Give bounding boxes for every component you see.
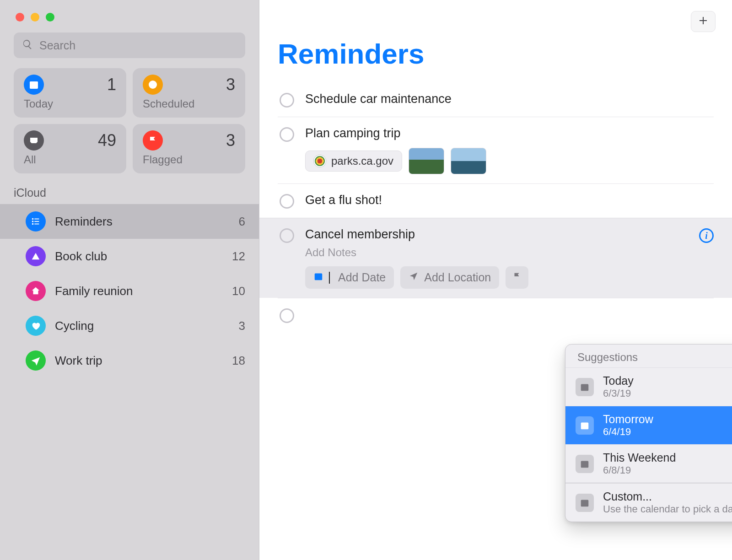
list-count: 12 — [232, 249, 245, 264]
minimize-window[interactable] — [31, 13, 39, 22]
smartlist-all[interactable]: 49 All — [14, 124, 126, 173]
reminder-title: Get a flu shot! — [305, 193, 714, 207]
attachment-thumbnail[interactable] — [409, 148, 444, 174]
suggestion-date: 6/8/19 — [603, 464, 676, 476]
list-count: 3 — [239, 319, 245, 333]
reminder-title: Plan camping trip — [305, 126, 714, 140]
section-header: iCloud — [0, 183, 259, 204]
smartlist-today-count: 1 — [107, 75, 116, 94]
tent-icon — [26, 246, 46, 266]
tray-icon — [24, 130, 44, 151]
list-worktrip[interactable]: Work trip 18 — [0, 343, 259, 378]
flag-chip[interactable] — [506, 266, 528, 289]
add-location-label: Add Location — [424, 271, 491, 284]
complete-toggle[interactable] — [280, 308, 294, 323]
reminder-item[interactable]: Get a flu shot! — [278, 183, 714, 218]
list-count: 6 — [239, 215, 245, 229]
list-bookclub[interactable]: Book club 12 — [0, 239, 259, 274]
search-icon — [22, 39, 33, 52]
suggestion-custom[interactable]: Custom... Use the calendar to pick a dat… — [565, 483, 732, 522]
smartlist-scheduled-count: 3 — [226, 75, 235, 94]
attachment-thumbnail[interactable] — [451, 148, 486, 174]
suggestion-title: Custom... — [603, 490, 732, 503]
calendar-icon — [576, 455, 594, 473]
smart-lists: 1 Today 3 Scheduled 49 All — [0, 68, 259, 183]
calendar-icon — [576, 378, 594, 396]
suggestion-this-weekend[interactable]: This Weekend 6/8/19 — [565, 444, 732, 483]
suggestion-subtitle: Use the calendar to pick a date — [603, 503, 732, 515]
add-location-chip[interactable]: Add Location — [400, 266, 499, 289]
smartlist-today-label: Today — [24, 97, 116, 110]
complete-toggle[interactable] — [280, 228, 294, 243]
sidebar: 1 Today 3 Scheduled 49 All — [0, 0, 259, 560]
plane-icon — [26, 350, 46, 371]
text-cursor — [329, 272, 330, 284]
complete-toggle[interactable] — [280, 93, 294, 108]
svg-rect-13 — [581, 500, 589, 506]
date-suggestions-popover: Suggestions Today 6/3/19 Tomorrow 6/4/19 — [565, 344, 732, 522]
svg-point-7 — [32, 223, 34, 225]
calendar-icon — [576, 494, 594, 512]
calendar-icon — [24, 75, 44, 95]
attachment-link-label: parks.ca.gov — [331, 155, 393, 167]
popover-header: Suggestions — [565, 345, 732, 367]
search-field[interactable] — [14, 32, 245, 58]
flag-icon — [512, 271, 522, 284]
reminder-item-editing[interactable]: Cancel membership Add Notes Add Date — [259, 218, 732, 298]
attachment-link[interactable]: parks.ca.gov — [305, 151, 402, 172]
smartlist-all-count: 49 — [98, 131, 116, 150]
add-reminder-button[interactable] — [691, 11, 716, 32]
svg-rect-8 — [34, 224, 39, 225]
location-icon — [409, 271, 419, 284]
smartlist-scheduled-label: Scheduled — [143, 97, 235, 110]
list-name: Book club — [55, 249, 223, 264]
suggestion-title: This Weekend — [603, 451, 676, 464]
suggestion-title: Today — [603, 374, 634, 388]
user-lists: Reminders 6 Book club 12 Family reunion … — [0, 204, 259, 378]
list-icon — [26, 211, 46, 232]
svg-rect-4 — [34, 219, 39, 220]
window-controls — [0, 0, 259, 32]
suggestion-date: 6/4/19 — [603, 426, 653, 438]
search-input[interactable] — [39, 39, 237, 52]
smartlist-flagged-count: 3 — [226, 131, 235, 150]
svg-rect-11 — [581, 422, 589, 429]
calendar-icon — [576, 416, 594, 435]
reminder-title: Cancel membership — [305, 227, 683, 242]
clock-icon — [143, 75, 163, 95]
list-name: Work trip — [55, 354, 223, 368]
svg-point-5 — [32, 221, 34, 222]
list-name: Cycling — [55, 319, 230, 333]
list-reminders[interactable]: Reminders 6 — [0, 204, 259, 239]
add-date-label: Add Date — [338, 271, 386, 284]
reminder-item[interactable]: Schedule car maintenance — [278, 83, 714, 117]
plus-icon — [698, 15, 709, 28]
flag-icon — [143, 130, 163, 151]
complete-toggle[interactable] — [280, 127, 294, 142]
reminder-item[interactable] — [278, 298, 714, 332]
suggestion-today[interactable]: Today 6/3/19 — [565, 367, 732, 406]
reminder-item[interactable]: Plan camping trip parks.ca.gov — [278, 117, 714, 183]
calendar-icon — [313, 271, 323, 284]
list-count: 18 — [232, 354, 245, 368]
smartlist-today[interactable]: 1 Today — [14, 68, 126, 118]
reminder-list: Schedule car maintenance Plan camping tr… — [278, 83, 714, 332]
add-notes-field[interactable]: Add Notes — [305, 246, 683, 259]
list-name: Family reunion — [55, 284, 223, 298]
smartlist-flagged-label: Flagged — [143, 153, 235, 166]
add-date-chip[interactable]: Add Date — [305, 266, 394, 289]
smartlist-all-label: All — [24, 153, 116, 166]
smartlist-flagged[interactable]: 3 Flagged — [133, 124, 245, 173]
reminder-title: Schedule car maintenance — [305, 92, 714, 106]
list-cycling[interactable]: Cycling 3 — [0, 308, 259, 343]
complete-toggle[interactable] — [280, 194, 294, 209]
info-button[interactable]: i — [699, 228, 714, 243]
suggestion-tomorrow[interactable]: Tomorrow 6/4/19 — [565, 406, 732, 444]
close-window[interactable] — [16, 13, 24, 22]
svg-point-3 — [32, 218, 34, 220]
fullscreen-window[interactable] — [46, 13, 54, 22]
page-title: Reminders — [278, 0, 714, 83]
toolbar — [691, 11, 716, 32]
smartlist-scheduled[interactable]: 3 Scheduled — [133, 68, 245, 118]
list-family[interactable]: Family reunion 10 — [0, 274, 259, 308]
